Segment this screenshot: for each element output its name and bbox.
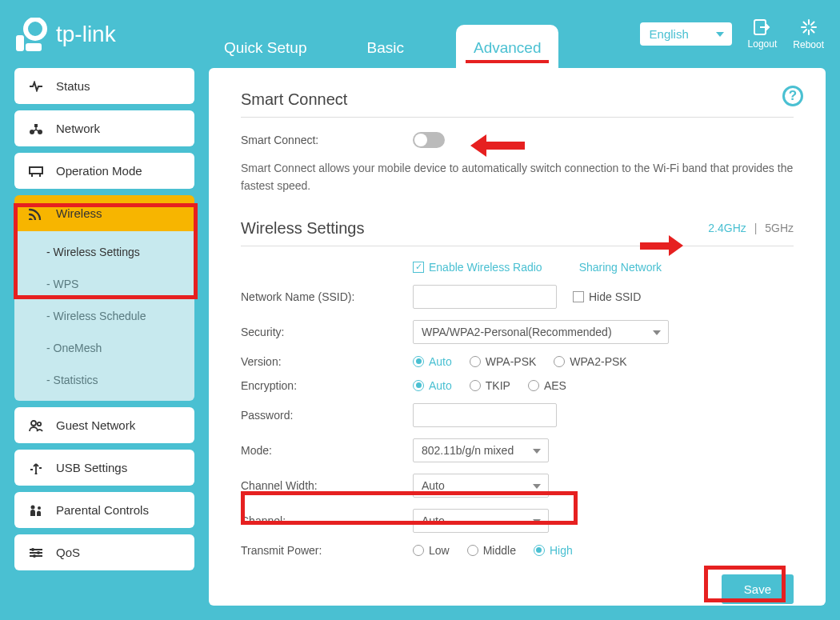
svg-rect-15 [30, 167, 42, 174]
tab-quick-setup[interactable]: Quick Setup [216, 25, 315, 68]
logout-button[interactable]: Logout [748, 19, 778, 50]
encryption-auto-radio[interactable]: Auto [413, 379, 452, 392]
reboot-button[interactable]: Reboot [793, 18, 824, 50]
mode-select[interactable]: 802.11b/g/n mixed [413, 438, 549, 462]
svg-rect-1 [16, 35, 24, 51]
content-panel: ? Smart Connect Smart Connect: Smart Con… [209, 68, 826, 606]
sidebar-sub-wireless-schedule[interactable]: Wireless Schedule [14, 300, 194, 332]
channel-width-label: Channel Width: [241, 479, 413, 492]
svg-point-20 [35, 472, 38, 474]
svg-point-26 [31, 548, 34, 551]
sidebar-sub-onemesh[interactable]: OneMesh [14, 332, 194, 364]
network-icon [27, 122, 45, 135]
svg-point-28 [33, 554, 36, 558]
sidebar-item-status[interactable]: Status [14, 68, 194, 104]
sidebar-item-network[interactable]: Network [14, 110, 194, 146]
brand-logo: tp-link [16, 18, 196, 51]
version-wpapsk-radio[interactable]: WPA-PSK [470, 355, 537, 368]
svg-point-27 [37, 551, 40, 554]
ssid-label: Network Name (SSID): [241, 290, 413, 303]
logout-icon [754, 19, 771, 35]
sidebar-item-operation-mode[interactable]: Operation Mode [14, 153, 194, 189]
channel-select[interactable]: Auto [413, 509, 549, 533]
svg-line-8 [803, 22, 806, 25]
svg-point-22 [38, 506, 41, 510]
sidebar-sub-wireless-settings[interactable]: Wireless Settings [14, 236, 194, 268]
reboot-icon [800, 18, 818, 36]
smart-connect-desc: Smart Connect allows your mobile device … [241, 159, 794, 195]
tp-link-logo-icon [16, 18, 48, 51]
language-select[interactable]: English [640, 22, 732, 46]
sharing-network-link[interactable]: Sharing Network [579, 261, 662, 274]
svg-rect-14 [34, 124, 38, 127]
status-icon [27, 81, 45, 92]
tab-basic[interactable]: Basic [359, 25, 412, 68]
svg-point-0 [26, 19, 45, 38]
sidebar-item-guest-network[interactable]: Guest Network [14, 407, 194, 443]
svg-line-11 [803, 30, 806, 33]
security-select[interactable]: WPA/WPA2-Personal(Recommended) [413, 320, 669, 344]
tab-advanced[interactable]: Advanced [456, 25, 559, 68]
svg-point-19 [38, 422, 41, 425]
version-auto-radio[interactable]: Auto [413, 355, 452, 368]
tx-high-radio[interactable]: High [534, 544, 573, 557]
smart-connect-label: Smart Connect: [241, 134, 413, 146]
wireless-settings-title: Wireless Settings 2.4GHz | 5GHz [241, 219, 794, 246]
guest-icon [27, 419, 45, 432]
band-5ghz[interactable]: 5GHz [765, 222, 794, 234]
svg-rect-2 [26, 43, 42, 51]
sidebar-item-usb-settings[interactable]: USB Settings [14, 450, 194, 486]
enable-wireless-radio-checkbox[interactable]: ✓ Enable Wireless Radio [413, 261, 542, 274]
usb-icon [27, 462, 45, 474]
band-24ghz[interactable]: 2.4GHz [708, 222, 746, 234]
sidebar-item-wireless[interactable]: Wireless [14, 195, 194, 231]
encryption-aes-radio[interactable]: AES [528, 379, 566, 392]
wireless-icon [27, 207, 45, 220]
help-icon[interactable]: ? [782, 86, 803, 106]
password-input[interactable] [413, 403, 557, 427]
version-label: Version: [241, 355, 413, 368]
smart-connect-toggle[interactable] [413, 132, 445, 148]
transmit-power-label: Transmit Power: [241, 544, 413, 557]
sidebar-sub-wps[interactable]: WPS [14, 268, 194, 300]
svg-line-9 [811, 30, 814, 33]
sidebar-item-parental-controls[interactable]: Parental Controls [14, 492, 194, 528]
sidebar-item-qos[interactable]: QoS [14, 534, 194, 570]
encryption-tkip-radio[interactable]: TKIP [470, 379, 510, 392]
ssid-input[interactable] [413, 285, 557, 309]
mode-label: Mode: [241, 444, 413, 457]
parental-icon [27, 504, 45, 517]
sidebar-wireless-submenu: Wireless Settings WPS Wireless Schedule … [14, 231, 194, 401]
channel-width-select[interactable]: Auto [413, 474, 549, 498]
sidebar-sub-statistics[interactable]: Statistics [14, 364, 194, 396]
hide-ssid-checkbox[interactable]: Hide SSID [573, 290, 641, 303]
svg-point-21 [31, 505, 35, 509]
tx-middle-radio[interactable]: Middle [467, 544, 516, 557]
security-label: Security: [241, 326, 413, 338]
channel-label: Channel: [241, 514, 413, 527]
qos-icon [27, 547, 45, 558]
svg-point-18 [31, 421, 36, 426]
version-wpa2psk-radio[interactable]: WPA2-PSK [554, 355, 626, 368]
password-label: Password: [241, 409, 413, 422]
smart-connect-title: Smart Connect [241, 90, 794, 118]
operation-icon [27, 165, 45, 178]
sidebar: Status Network Operation Mode Wireless W… [14, 68, 194, 606]
save-button[interactable]: Save [722, 574, 794, 604]
tx-low-radio[interactable]: Low [413, 544, 450, 557]
brand-text: tp-link [56, 22, 116, 47]
svg-line-10 [811, 22, 814, 25]
encryption-label: Encryption: [241, 379, 413, 392]
